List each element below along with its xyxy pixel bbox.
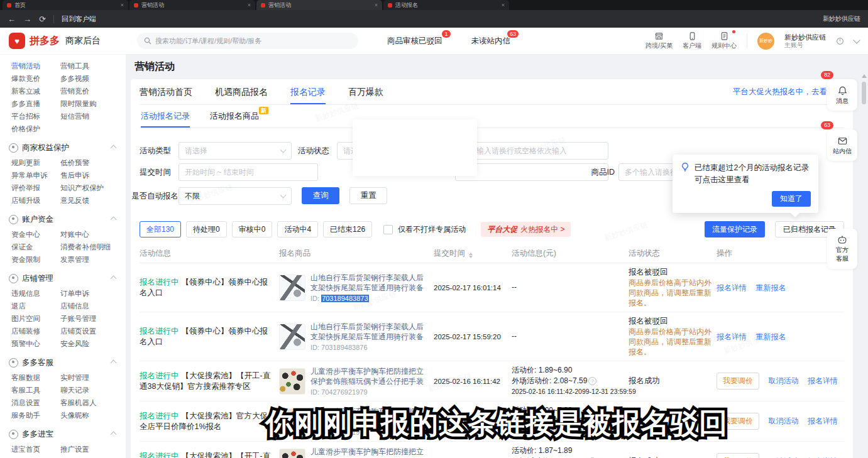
chevron-up-icon[interactable] — [111, 431, 117, 437]
tab-million-bestsellers[interactable]: 百万爆款 — [348, 79, 383, 104]
got-it-button[interactable]: 知道了 — [772, 191, 811, 207]
platform-promo-chip[interactable]: 平台大促 火热报名中 > — [481, 222, 571, 237]
product-thumbnail[interactable] — [279, 275, 305, 301]
activity-type-select[interactable]: 请选择 — [179, 142, 292, 160]
scrollbar-up-arrow[interactable] — [862, 74, 867, 78]
sidebar-item[interactable]: 店铺页设置 — [60, 325, 126, 337]
sidebar-section-rights[interactable]: 商家权益保护 — [9, 141, 126, 154]
back-icon[interactable]: ← — [8, 15, 16, 23]
product-title[interactable]: 山地自行车后货架钢行李架载人后支架快拆尾架后车筐通用骑行装备 — [310, 322, 429, 342]
subtab-activity-goods[interactable]: 活动报名商品 新 — [210, 105, 259, 128]
browser-tab[interactable]: 活动报名 × — [383, 0, 509, 10]
tab-opportunity-signup[interactable]: 机遇商品报名 — [215, 79, 268, 104]
sidebar-item[interactable]: 推广助力 — [60, 455, 126, 458]
signup-detail-link[interactable]: 报名详情 — [717, 332, 747, 341]
sidebar-item[interactable]: 规则更新 — [11, 156, 60, 169]
sidebar-section-service[interactable]: 多多客服 — [9, 356, 126, 369]
sidebar-item[interactable]: 资金限制 — [11, 253, 60, 266]
chevron-up-icon[interactable] — [111, 359, 117, 366]
product-thumbnail[interactable] — [279, 449, 305, 458]
sidebar-item[interactable]: 消费者补偿明细 — [60, 241, 126, 253]
sidebar-item[interactable]: 子账号管理 — [60, 312, 126, 325]
sidebar-item[interactable]: 实时管理 — [60, 371, 126, 384]
crossborder-entry[interactable]: 跨境/买菜 — [646, 31, 673, 50]
sidebar-item[interactable]: 限时限量购 — [60, 97, 126, 110]
sidebar-item[interactable]: 营销活动 — [11, 60, 60, 72]
chevron-up-icon[interactable] — [111, 275, 117, 281]
re-signup-link[interactable]: 重新报名 — [755, 283, 786, 292]
review-rejected-link[interactable]: 商品审核已驳回 1 — [387, 36, 442, 46]
sidebar-item[interactable]: 图片空间 — [11, 312, 60, 325]
inbox-entry[interactable]: 63 站内信 — [827, 129, 857, 161]
sidebar-item[interactable]: 推广效果 — [11, 455, 60, 458]
status-chip[interactable]: 全部130 — [140, 221, 181, 237]
pinduoduo-logo-icon[interactable]: ♥ — [9, 33, 25, 49]
chevron-up-icon[interactable] — [111, 216, 117, 222]
close-tab-icon[interactable]: × — [502, 3, 505, 8]
traffic-protection-button[interactable]: 流量保护记录 — [705, 221, 765, 237]
status-chip[interactable]: 审核中0 — [232, 221, 273, 237]
unread-mail-link[interactable]: 未读站内信 63 — [471, 36, 511, 46]
sidebar-item[interactable]: 订单申诉 — [60, 287, 126, 300]
sidebar-item[interactable]: 保证金 — [11, 241, 60, 253]
tab-marketing-home[interactable]: 营销活动首页 — [140, 79, 192, 104]
browser-tab[interactable]: 首页 × — [3, 0, 128, 10]
reset-button[interactable]: 重置 — [349, 187, 387, 204]
signup-detail-link[interactable]: 报名详情 — [717, 283, 747, 292]
logout-icon[interactable] — [836, 37, 844, 45]
sidebar-item[interactable]: 店铺信息 — [60, 300, 126, 312]
sidebar-item[interactable]: 对账中心 — [60, 228, 126, 241]
sidebar-section-shop[interactable]: 店铺管理 — [9, 272, 126, 285]
scrollbar-thumb[interactable] — [862, 82, 866, 104]
rule-center-entry[interactable]: 规则中心 — [711, 31, 737, 50]
product-title[interactable]: 儿童滑步平衡车护胸车把防撞把立保护套饰熊猫玩偶卡通公仔把手装 — [310, 366, 429, 386]
sidebar-item[interactable]: 平台招标 — [11, 110, 60, 123]
signup-detail-link[interactable]: 报名详情 — [808, 376, 838, 385]
close-tab-icon[interactable]: × — [121, 3, 124, 8]
messages-entry[interactable]: 82 消息 — [827, 79, 857, 111]
sidebar-item[interactable]: 发票管理 — [60, 253, 126, 266]
sidebar-item[interactable]: 多多视频 — [60, 72, 126, 85]
browser-tab-active[interactable]: 营销活动 × — [256, 0, 382, 10]
sidebar-item[interactable]: 推广设置 — [60, 443, 126, 455]
status-chip[interactable]: 活动中4 — [277, 221, 318, 237]
reload-icon[interactable]: ⟳ — [39, 15, 46, 23]
sidebar-item[interactable]: 违规信息 — [11, 287, 60, 300]
sidebar-item[interactable]: 营销竞价 — [60, 85, 126, 97]
sidebar-item[interactable]: 服务助手 — [11, 409, 60, 422]
re-signup-link[interactable]: 重新报名 — [755, 332, 786, 341]
open-dropdown-panel[interactable] — [353, 119, 477, 176]
brand-name[interactable]: 拼多多 — [30, 35, 60, 48]
sidebar-item[interactable]: 营销工具 — [60, 60, 126, 72]
sidebar-item[interactable]: 客服机器人 — [60, 396, 126, 409]
sidebar-item[interactable]: 头像昵称 — [60, 409, 126, 422]
official-service-entry[interactable]: 官方 客服 — [827, 229, 857, 269]
global-search-input[interactable]: 搜索功能/订单/课程/规则/帮助/服务 — [137, 33, 358, 49]
sidebar-item[interactable]: 新客立减 — [11, 85, 60, 97]
subtab-activity-records[interactable]: 活动报名记录 — [141, 105, 190, 128]
status-chip[interactable]: 待处理0 — [186, 221, 227, 237]
product-thumbnail[interactable] — [279, 368, 305, 395]
query-button[interactable]: 查询 — [302, 187, 339, 204]
sidebar-item[interactable]: 爆款竞价 — [11, 72, 60, 85]
sidebar-item[interactable]: 消息设置 — [11, 396, 60, 409]
product-title[interactable]: 山地自行车后货架钢行李架载人后支架快拆尾架后车筐通用骑行装备 — [310, 273, 429, 293]
chevron-up-icon[interactable] — [111, 144, 117, 151]
signup-detail-link[interactable]: 报名详情 — [808, 417, 838, 425]
sidebar-item[interactable]: 客服数据 — [11, 371, 60, 384]
chevron-down-icon[interactable] — [853, 36, 860, 43]
client-app-entry[interactable]: 客户端 — [683, 31, 701, 50]
status-chip[interactable]: 已结束126 — [323, 221, 372, 237]
submit-time-range-input[interactable] — [179, 163, 318, 181]
forward-icon[interactable]: → — [23, 15, 31, 23]
back-to-client-link[interactable]: 回到客户端 — [62, 14, 96, 24]
activity-id-input[interactable] — [455, 142, 608, 160]
adjust-price-button[interactable]: 我要调价 — [717, 373, 759, 390]
browser-tab[interactable]: 营销活动 × — [129, 0, 255, 10]
account-info[interactable]: 新妙妙供应链 主账号 — [784, 33, 826, 49]
sidebar-item[interactable]: 安全风险 — [60, 337, 126, 350]
sidebar-item[interactable]: 聊天记录 — [60, 384, 126, 396]
sidebar-item[interactable]: 客服工具 — [11, 384, 60, 396]
sort-icon[interactable] — [469, 253, 473, 259]
sidebar-item[interactable]: 短信营销 — [60, 110, 126, 123]
